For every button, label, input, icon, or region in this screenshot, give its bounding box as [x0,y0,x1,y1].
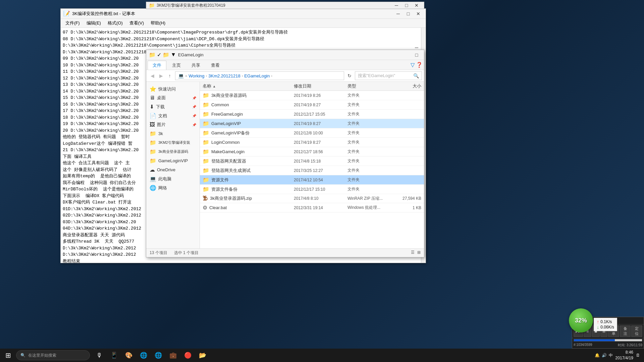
file-name: FreeGameLogin [211,112,294,117]
zip-icon-row: 🗜 [203,195,208,201]
sidebar-item-3k[interactable]: 📁 3k [146,129,200,138]
notepad-maximize-button[interactable]: □ [404,10,413,17]
back-button[interactable]: ◀ [148,72,156,80]
tab-share[interactable]: 共享 [186,61,205,70]
action-center-icon[interactable]: 🗓 [636,353,640,358]
explorer-maximize-btn[interactable]: □ [402,2,411,9]
sidebar-item-network[interactable]: 🌐 网络 [146,183,200,192]
menu-view[interactable]: 查看(V) [126,19,147,27]
table-row[interactable]: 📁 资源文件备份 2012/12/17 15:10 文件夹 [200,185,424,194]
ctrl-note-btn[interactable]: 备注 [620,325,631,337]
file-type: Windows 批处理... [347,205,388,210]
sidebar-item-onedrive[interactable]: ☁ OneDrive [146,165,200,174]
help-icon[interactable]: ❓ [416,62,423,68]
systray-volume[interactable]: 🔊 [602,353,607,358]
nav-buttons: ◀ ▶ ↑ [148,72,174,80]
taskbar-edge-icon[interactable]: 🌐 [152,349,165,362]
sidebar-item-downloads[interactable]: ⬇ 下载 📌 [146,102,200,111]
sidebar-network-label: 网络 [158,185,167,191]
tiles-view-icon[interactable]: ⊞ [417,250,421,256]
table-row[interactable]: 📁 LoginCommon 2017/4/19 8:27 文件夹 [200,138,424,147]
file-type: 文件夹 [347,158,388,164]
control-progress-bar[interactable] [574,339,642,342]
table-row[interactable]: 📁 GameLoginVIP 2017/4/19 8:27 文件夹 [200,119,424,128]
explorer-top-titlebar: 📁 3KM2引擎编译安装套件教程20170419 ─ □ ✕ [146,2,424,9]
file-date: 2017/4/8 15:18 [294,159,347,164]
file-name: GameLoginVIP备份 [211,130,294,136]
menu-edit[interactable]: 编辑(E) [83,19,104,27]
taskbar-tablet-icon[interactable]: 📱 [107,349,121,362]
sidebar-item-quickaccess[interactable]: ⭐ 快速访问 [146,84,200,94]
notepad-titlebar: 📝 3K编译安装控件教程.txt - 记事本 ─ □ ✕ [61,9,426,19]
forward-button[interactable]: ▶ [157,72,165,80]
breadcrumb-egamelogin[interactable]: EGameLogin [244,73,270,78]
file-name: 资源文件备份 [211,186,294,192]
ctrl-locate-btn[interactable]: 定位 [631,325,642,337]
sidebar-item-thispc[interactable]: 💻 此电脑 [146,174,200,183]
table-row[interactable]: 🗜 3k商业登录器源码.zip 2017/4/8 8:10 WinRAR ZIP… [200,194,424,203]
sidebar-item-gameloginvip[interactable]: 📁 GameLoginVIP [146,156,200,165]
folder-gameloginvip-icon: 📁 [150,158,156,164]
bat-icon-row: ⚙ [203,204,207,211]
notepad-close-button[interactable]: ✕ [414,10,423,17]
search-box[interactable]: 搜索"EGameLogin" 🔍 [355,71,422,80]
up-button[interactable]: ↑ [166,72,174,80]
table-row[interactable]: 📁 登陆器网关配置器 2017/4/8 15:18 文件夹 [200,157,424,166]
col-header-name[interactable]: 名称 ▲ [203,83,294,89]
tab-view[interactable]: 查看 [206,61,225,70]
col-header-type[interactable]: 类型 [347,83,388,89]
expand-ribbon-icon[interactable]: ▽ [411,62,415,68]
taskbar-folder-icon[interactable]: 📂 [196,349,209,362]
file-date: 2017/4/19 8:27 [294,140,347,145]
taskbar-clock[interactable]: 8:46 2017/4/19 [615,350,633,361]
menu-file[interactable]: 文件(F) [62,19,83,27]
explorer-statusbar: 13 个项目 选中 1 个项目 ☰ ⊞ [146,248,424,257]
sidebar-item-3klogin[interactable]: 📁 3k商业登录器源码 [146,147,200,156]
table-row[interactable]: 📁 Common 2017/4/19 8:27 文件夹 [200,100,424,110]
file-type: 文件夹 [347,130,388,136]
table-row[interactable]: 📁 FreeGameLogin 2012/12/17 15:05 文件夹 [200,110,424,119]
menu-help[interactable]: 帮助(H) [147,19,169,27]
explorer-minimize-btn[interactable]: ─ [392,2,401,9]
taskbar-ie-icon[interactable]: 🌐 [137,349,150,362]
table-row[interactable]: 📁 GameLoginVIP备份 2012/12/8 10:00 文件夹 [200,128,424,138]
table-row[interactable]: ⚙ Clear.bat 2012/3/31 19:14 Windows 批处理.… [200,203,424,213]
menu-format[interactable]: 格式(O) [104,19,126,27]
taskbar-paint-icon[interactable]: 🎨 [122,349,136,362]
details-view-icon[interactable]: ☰ [411,250,415,256]
table-row[interactable]: 📁 MakeGameLogin 2012/12/7 18:56 文件夹 [200,147,424,157]
systray-notifications[interactable]: 🔔 [595,353,600,358]
systray-ime[interactable]: 中 [609,353,613,358]
breadcrumb-working[interactable]: Working [189,73,204,78]
start-button[interactable]: ⊞ [0,349,16,362]
table-row[interactable]: 📁 登陆器网关生成测试 2017/3/25 12:27 文件夹 [200,166,424,175]
table-row[interactable]: 📁 3k商业登录器源码 2017/4/19 8:26 文件夹 [200,91,424,100]
folder-icon-row: 📁 [203,186,209,192]
col-header-size[interactable]: 大小 [388,83,421,89]
file-name: Clear.bat [209,205,294,210]
taskbar-antivirus-icon[interactable]: 🔴 [181,349,195,362]
sidebar-item-pictures[interactable]: 🖼 图片 📌 [146,120,200,129]
sidebar-item-desktop[interactable]: 🖥 桌面 📌 [146,94,200,102]
quickaccess-icon: ⭐ [150,86,156,92]
taskbar-search[interactable]: 🔍 在这里开始搜索 [16,350,90,360]
network-speed-widget: ↑ 0.1K/s ↓ 0.06K/s [594,318,617,331]
folder-icon-row: 📁 [203,177,209,183]
taskbar-store-icon[interactable]: 💼 [166,349,180,362]
explorer-min-btn[interactable]: ─ [412,44,421,51]
notepad-minimize-button[interactable]: ─ [393,10,403,17]
refresh-button[interactable]: ↻ [345,72,354,80]
tab-file[interactable]: 文件 [148,61,166,70]
table-row[interactable]: 📁 资源文件 2017/4/12 10:54 文件夹 [200,175,424,185]
breadcrumb: 💻 » Working › 3Km2.20121218 › EGameLogin… [175,71,344,80]
explorer-max-btn[interactable]: □ [412,51,421,59]
tab-home[interactable]: 主页 [167,61,186,70]
sidebar-desktop-label: 桌面 [157,95,166,101]
search-icon[interactable]: 🔍 [413,73,419,78]
sidebar-item-3km2[interactable]: 📁 3KM2引擎编译安装 [146,138,200,147]
sidebar-item-documents[interactable]: 📄 文档 📌 [146,111,200,120]
taskbar-mic-icon[interactable]: 🎙 [93,349,106,362]
col-header-date[interactable]: 修改日期 [294,83,347,89]
breadcrumb-3km2[interactable]: 3Km2.20121218 [208,73,240,78]
explorer-close-btn[interactable]: ✕ [412,2,421,9]
